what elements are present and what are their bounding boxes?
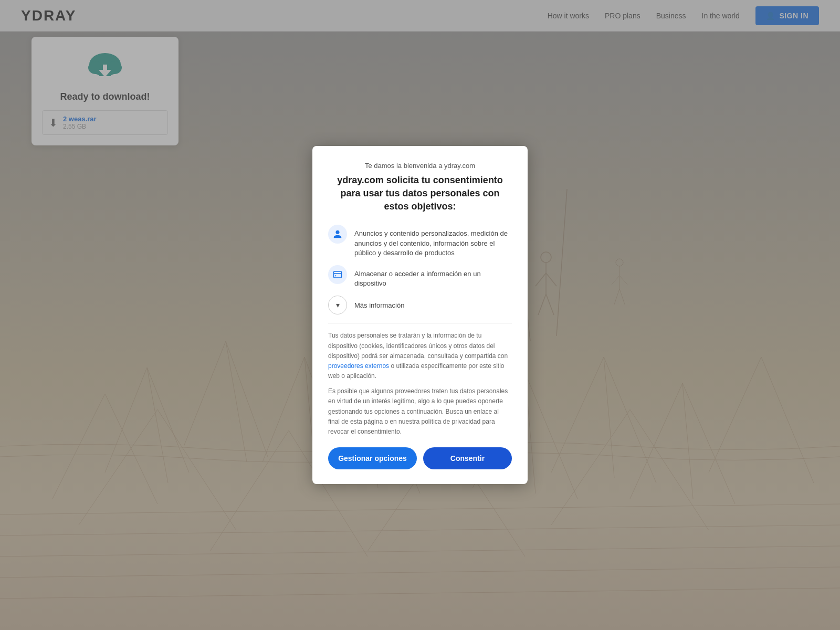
modal-title: ydray.com solicita tu consentimiento par… xyxy=(328,174,512,214)
consent-item-storage: Almacenar o acceder a información en un … xyxy=(328,265,512,288)
more-info-label: Más información xyxy=(354,301,404,309)
consent-button[interactable]: Consentir xyxy=(423,447,512,469)
consent-icon-storage xyxy=(328,265,347,284)
svg-rect-25 xyxy=(334,271,342,278)
svg-point-27 xyxy=(335,275,336,276)
consent-text-ads: Anuncios y contenido personalizados, med… xyxy=(354,225,512,258)
consent-text-storage: Almacenar o acceder a información en un … xyxy=(354,265,512,288)
external-providers-link[interactable]: proveedores externos xyxy=(328,362,389,370)
manage-options-button[interactable]: Gestionar opciones xyxy=(328,447,417,469)
consent-icon-ads xyxy=(328,225,347,244)
more-info-item[interactable]: ▾ Más información xyxy=(328,296,512,314)
modal-buttons: Gestionar opciones Consentir xyxy=(328,447,512,469)
consent-item-ads: Anuncios y contenido personalizados, med… xyxy=(328,225,512,258)
divider xyxy=(328,323,512,323)
consent-modal: Te damos la bienvenida a ydray.com ydray… xyxy=(312,146,528,484)
modal-welcome: Te damos la bienvenida a ydray.com xyxy=(328,162,512,170)
privacy-text-2: Es posible que algunos proveedores trate… xyxy=(328,386,512,437)
chevron-down-icon[interactable]: ▾ xyxy=(328,296,347,314)
privacy-text-1: Tus datos personales se tratarán y la in… xyxy=(328,331,512,381)
modal-overlay: Te damos la bienvenida a ydray.com ydray… xyxy=(0,0,840,630)
